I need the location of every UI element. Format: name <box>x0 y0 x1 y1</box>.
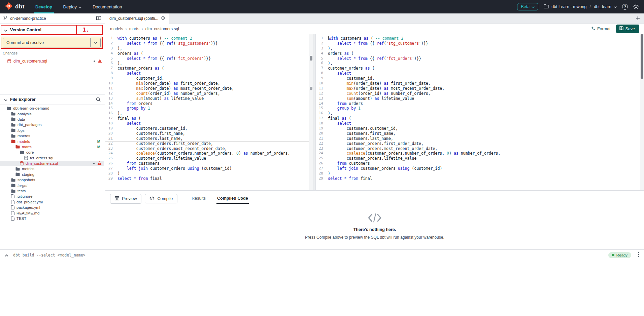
code-line[interactable]: 4orders as ( <box>316 51 644 56</box>
code-line[interactable]: 14 from orders <box>105 101 313 106</box>
compile-button[interactable]: Compile <box>145 194 177 203</box>
file-tree-item[interactable]: martsM <box>0 144 104 150</box>
code-line[interactable]: 25 customer_orders.lifetime_value <box>105 156 313 161</box>
code-line[interactable]: 24 coalesce(customer_orders.number_of_or… <box>105 151 313 156</box>
tab-results[interactable]: Results <box>191 194 206 204</box>
code-line[interactable]: 12 count(order_id) as number_of_orders, <box>105 91 313 96</box>
code-line[interactable]: 20 customers.first_name, <box>105 131 313 136</box>
editor-pane-right[interactable]: 1with customers as ( -- comment 22 selec… <box>316 34 644 190</box>
code-line[interactable]: 18 select <box>316 121 644 126</box>
conflict-dot-icon[interactable] <box>161 16 165 21</box>
commit-and-resolve-button[interactable]: Commit and resolve <box>3 38 101 47</box>
file-tree-item[interactable]: dbt-learn-on-demand <box>0 106 104 111</box>
code-line[interactable]: 25 customer_orders.lifetime_value <box>316 156 644 161</box>
changed-file-item[interactable]: dim_customers.sql <box>0 58 105 65</box>
scrollbar-left-pane[interactable] <box>309 34 313 190</box>
file-tree-item[interactable]: data <box>0 117 104 122</box>
code-line[interactable]: 26 from customers <box>316 161 644 166</box>
code-line[interactable]: 23 customer_orders.most_recent_order_dat… <box>105 146 313 151</box>
code-line[interactable]: 15 group by 1 <box>105 106 313 111</box>
code-line[interactable]: 13 sum(amount) as lifetime_value <box>316 96 644 101</box>
code-line[interactable]: 22 customer_orders.first_order_date, <box>316 141 644 146</box>
project-selector[interactable]: dbt Learn - mwong / dbt_learn <box>544 4 617 9</box>
editor-pane-left[interactable]: 1with customers as ( -- comment 22 selec… <box>105 34 313 190</box>
code-line[interactable]: 7customer_orders as ( <box>316 66 644 71</box>
editor-tab[interactable]: dim_customers.sql (confli... <box>105 13 169 24</box>
code-line[interactable]: 14 from orders <box>316 101 644 106</box>
file-tree-item[interactable]: metrics <box>0 166 104 171</box>
pane-divider[interactable] <box>313 34 316 190</box>
dbt-logo[interactable]: dbt <box>0 2 30 11</box>
code-line[interactable]: 15 group by 1 <box>316 106 644 111</box>
code-line[interactable]: 5 select * from {{ ref('fct_orders')}} <box>316 56 644 61</box>
code-line[interactable]: 21 customers.last_name, <box>316 136 644 141</box>
nav-item-documentation[interactable]: Documentation <box>87 0 127 13</box>
beta-toggle[interactable]: Beta <box>517 3 538 10</box>
commit-dropdown-toggle[interactable] <box>90 38 100 47</box>
kebab-menu-icon[interactable] <box>638 252 639 259</box>
code-line[interactable]: 3), <box>316 46 644 51</box>
code-line[interactable]: 12 count(order_id) as number_of_orders, <box>316 91 644 96</box>
scrollbar-right-pane[interactable] <box>640 34 644 190</box>
file-tree-item[interactable]: README.md <box>0 210 104 215</box>
code-line[interactable]: 11 max(order_date) as most_recent_order_… <box>316 86 644 91</box>
code-line[interactable]: 26 from customers <box>105 161 313 166</box>
code-line[interactable]: 19 customers.customer_id, <box>316 126 644 131</box>
breadcrumb-item[interactable]: marts <box>126 27 139 31</box>
file-tree-item[interactable]: snapshots <box>0 177 104 183</box>
code-line[interactable]: 16), <box>105 111 313 116</box>
file-tree-item[interactable]: dim_customers.sql <box>0 161 104 166</box>
chevron-up-icon[interactable] <box>5 252 8 258</box>
code-line[interactable]: 16), <box>316 111 644 116</box>
file-tree-item[interactable]: target <box>0 183 104 188</box>
file-tree-item[interactable]: dbt_packages <box>0 122 104 127</box>
settings-gear-icon[interactable] <box>633 4 639 9</box>
file-tree-item[interactable]: dbt_project.yml <box>0 199 104 205</box>
code-line[interactable]: 28) <box>316 171 644 176</box>
code-line[interactable]: 23 customer_orders.most_recent_order_dat… <box>316 146 644 151</box>
file-tree-item[interactable]: modelsM <box>0 139 104 144</box>
code-line[interactable]: 8 select <box>105 71 313 76</box>
code-line[interactable]: 24 coalesce(customer_orders.number_of_or… <box>316 151 644 156</box>
save-button[interactable]: Save <box>616 25 640 33</box>
code-line[interactable]: 10 min(order_date) as first_order_date, <box>105 81 313 86</box>
code-line[interactable]: 1with customers as ( -- comment 2 <box>105 36 313 41</box>
file-tree-item[interactable]: staging <box>0 172 104 177</box>
format-button[interactable]: Format <box>591 26 611 32</box>
command-input[interactable]: dbt build --select <model_name> <box>13 253 86 258</box>
file-tree-item[interactable]: analysis <box>0 111 104 116</box>
code-line[interactable]: 28) <box>105 171 313 176</box>
nav-item-develop[interactable]: Develop <box>30 0 58 13</box>
code-line[interactable]: 6), <box>316 61 644 66</box>
code-line[interactable]: 17final as ( <box>316 116 644 121</box>
tab-compiled-code[interactable]: Compiled Code <box>216 194 249 204</box>
code-line[interactable]: 29select * from final <box>105 176 313 181</box>
code-line[interactable]: 9 customer_id, <box>105 76 313 81</box>
code-line[interactable]: 2 select * from {{ ref('stg_customers')}… <box>316 41 644 46</box>
preview-button[interactable]: Preview <box>110 194 141 204</box>
file-tree-item[interactable]: TEST <box>0 216 104 221</box>
file-tree-item[interactable]: fct_orders.sql <box>0 155 104 161</box>
code-line[interactable]: 11 max(order_date) as most_recent_order_… <box>105 86 313 91</box>
code-line[interactable]: 13 sum(amount) as lifetime_value <box>105 96 313 101</box>
code-line[interactable]: 7customer_orders as ( <box>105 66 313 71</box>
code-line[interactable]: 21 customers.last_name, <box>105 136 313 141</box>
file-tree-item[interactable]: logs <box>0 128 104 133</box>
file-tree-item[interactable]: .gitignore <box>0 194 104 199</box>
file-tree-item[interactable]: core <box>0 150 104 155</box>
file-tree-item[interactable]: packages.yml <box>0 205 104 210</box>
code-line[interactable]: 27 left join customer_orders using (cust… <box>316 166 644 171</box>
code-line[interactable]: 17final as ( <box>105 116 313 121</box>
code-line[interactable]: 9 customer_id, <box>316 76 644 81</box>
file-tree-item[interactable]: tests <box>0 188 104 194</box>
nav-item-deploy[interactable]: Deploy <box>58 0 87 13</box>
git-branch-row[interactable]: on-demand-practice <box>0 13 105 24</box>
code-line[interactable]: 22 customer_orders.first_order_date, <box>105 141 313 146</box>
search-icon[interactable] <box>96 97 101 102</box>
file-tree-item[interactable]: macros <box>0 133 104 139</box>
code-line[interactable]: 18 select <box>105 121 313 126</box>
breadcrumb-item[interactable]: dim_customers.sql <box>142 27 179 31</box>
code-line[interactable]: 3), <box>105 46 313 51</box>
code-line[interactable]: 8 select <box>316 71 644 76</box>
code-line[interactable]: 5 select * from {{ ref('fct_orders')}} <box>105 56 313 61</box>
